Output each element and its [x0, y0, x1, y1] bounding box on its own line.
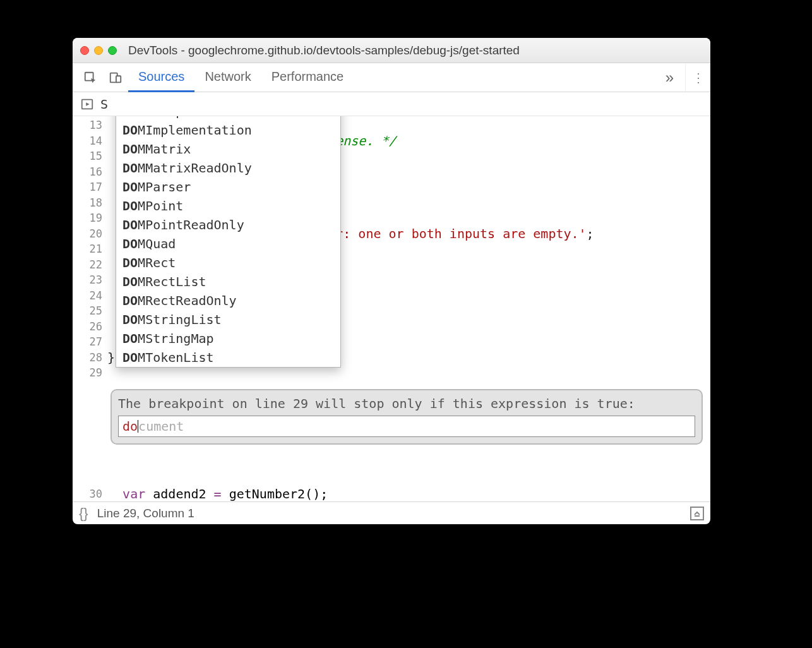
line-number[interactable]: 16 — [73, 164, 102, 180]
line-number[interactable]: 23 — [73, 272, 102, 288]
autocomplete-rest: MImplementation — [138, 123, 252, 138]
autocomplete-match: DO — [122, 255, 138, 270]
more-tabs-icon[interactable]: » — [654, 69, 685, 87]
line-gutter[interactable]: 1314151617181920212223242526272829 — [73, 116, 107, 412]
line-number[interactable]: 13 — [73, 117, 102, 133]
line-number[interactable]: 15 — [73, 148, 102, 164]
autocomplete-rest: MMatrixReadOnly — [138, 160, 252, 176]
autocomplete-rest: MTokenList — [138, 350, 213, 365]
autocomplete-match: DO — [122, 236, 138, 251]
tab-sources[interactable]: Sources — [128, 63, 194, 92]
conditional-breakpoint-label: The breakpoint on line 29 will stop only… — [118, 395, 695, 412]
autocomplete-match: DO — [122, 293, 138, 308]
window-title: DevTools - googlechrome.github.io/devtoo… — [128, 44, 520, 57]
line-number[interactable]: 20 — [73, 226, 102, 242]
typed-text: do — [122, 419, 138, 434]
autocomplete-rest: MRect — [138, 255, 176, 270]
toggle-drawer-icon[interactable] — [690, 507, 704, 520]
autocomplete-item[interactable]: DOMTokenList — [116, 348, 340, 367]
autocomplete-rest: MRectList — [138, 274, 206, 289]
conditional-breakpoint-dialog: The breakpoint on line 29 will stop only… — [110, 389, 703, 445]
tab-performance[interactable]: Performance — [261, 63, 354, 92]
autocomplete-match: DO — [122, 160, 138, 176]
pretty-print-icon[interactable]: {} — [79, 505, 88, 522]
line-number[interactable]: 29 — [73, 365, 102, 381]
autocomplete-rest: MStringMap — [138, 331, 213, 346]
autocomplete-item[interactable]: DOMStringMap — [116, 329, 340, 348]
line-number[interactable]: 28 — [73, 350, 102, 366]
line-number[interactable]: 21 — [73, 241, 102, 257]
code-operator: = — [214, 486, 222, 501]
inspect-element-icon[interactable] — [78, 65, 103, 90]
cursor-position: Line 29, Column 1 — [97, 507, 194, 520]
ghost-text: cument — [138, 419, 184, 434]
toolbar-text-fragment: S — [100, 97, 108, 112]
autocomplete-rest: MRectReadOnly — [138, 293, 237, 308]
devtools-window: DevTools - googlechrome.github.io/devtoo… — [73, 38, 710, 524]
autocomplete-item[interactable]: DOMRectList — [116, 272, 340, 291]
code-keyword: var — [122, 486, 145, 501]
autocomplete-item[interactable]: DOMPoint — [116, 196, 340, 215]
sources-toolbar: S — [73, 92, 710, 116]
close-window-icon[interactable] — [80, 46, 89, 55]
autocomplete-item[interactable]: DOMException — [116, 116, 340, 121]
code-string: r: one or both inputs are empty.' — [335, 226, 586, 241]
autocomplete-item[interactable]: DOMParser — [116, 177, 340, 196]
code-after-dialog: 30 var addend2 = getNumber2(); — [73, 486, 710, 502]
panel-tabs: SourcesNetworkPerformance — [128, 63, 654, 92]
line-number[interactable]: 30 — [85, 486, 107, 502]
line-number[interactable]: 18 — [73, 195, 102, 211]
autocomplete-popup: documentWindowDOMErrorDOMExceptionDOMImp… — [116, 116, 341, 368]
autocomplete-item[interactable]: DOMQuad — [116, 234, 340, 253]
minimize-window-icon[interactable] — [94, 46, 103, 55]
autocomplete-match: DO — [122, 217, 138, 232]
tab-network[interactable]: Network — [194, 63, 261, 92]
line-number[interactable]: 19 — [73, 210, 102, 226]
autocomplete-match: DO — [122, 179, 138, 195]
code-brace: } — [107, 350, 115, 365]
autocomplete-rest: MException — [138, 116, 213, 119]
autocomplete-match: DO — [122, 141, 138, 157]
autocomplete-rest: MQuad — [138, 236, 176, 251]
statusbar: {} Line 29, Column 1 — [73, 501, 710, 524]
line-number[interactable]: 17 — [73, 179, 102, 195]
line-number[interactable]: 26 — [73, 319, 102, 335]
line-number[interactable]: 24 — [73, 288, 102, 304]
svg-rect-2 — [116, 76, 121, 82]
autocomplete-rest: MMatrix — [138, 141, 191, 157]
autocomplete-match: DO — [122, 116, 138, 119]
autocomplete-item[interactable]: DOMRect — [116, 253, 340, 272]
zoom-window-icon[interactable] — [108, 46, 117, 55]
autocomplete-item[interactable]: DOMPointReadOnly — [116, 215, 340, 234]
autocomplete-item[interactable]: DOMMatrixReadOnly — [116, 159, 340, 177]
window-controls — [80, 46, 117, 55]
titlebar: DevTools - googlechrome.github.io/devtoo… — [73, 38, 710, 63]
resume-script-icon[interactable] — [78, 95, 97, 114]
device-toolbar-icon[interactable] — [103, 65, 128, 90]
settings-menu-icon[interactable]: ⋮ — [685, 64, 710, 92]
conditional-breakpoint-input[interactable]: document — [118, 416, 695, 437]
autocomplete-match: DO — [122, 198, 138, 213]
autocomplete-item[interactable]: DOMImplementation — [116, 121, 340, 140]
autocomplete-match: DO — [122, 312, 138, 327]
line-number[interactable]: 25 — [73, 303, 102, 319]
autocomplete-item[interactable]: DOMRectReadOnly — [116, 291, 340, 310]
code-text: addend2 — [145, 486, 213, 501]
autocomplete-match: DO — [122, 350, 138, 365]
autocomplete-match: DO — [122, 274, 138, 289]
autocomplete-item[interactable]: DOMStringList — [116, 310, 340, 329]
autocomplete-item[interactable]: DOMMatrix — [116, 140, 340, 159]
autocomplete-match: DO — [122, 123, 138, 138]
line-number[interactable]: 22 — [73, 257, 102, 273]
line-number[interactable]: 27 — [73, 334, 102, 350]
autocomplete-match: DO — [122, 331, 138, 346]
code-text: getNumber2(); — [222, 486, 328, 501]
autocomplete-rest: MPointReadOnly — [138, 217, 244, 232]
code-text: ; — [587, 226, 594, 241]
source-editor: 1314151617181920212223242526272829 ense.… — [73, 116, 710, 501]
autocomplete-rest: MParser — [138, 179, 191, 195]
line-number[interactable]: 14 — [73, 133, 102, 149]
tabbar: SourcesNetworkPerformance » ⋮ — [73, 63, 710, 92]
autocomplete-rest: MStringList — [138, 312, 221, 327]
code-comment: ense. */ — [335, 133, 396, 148]
